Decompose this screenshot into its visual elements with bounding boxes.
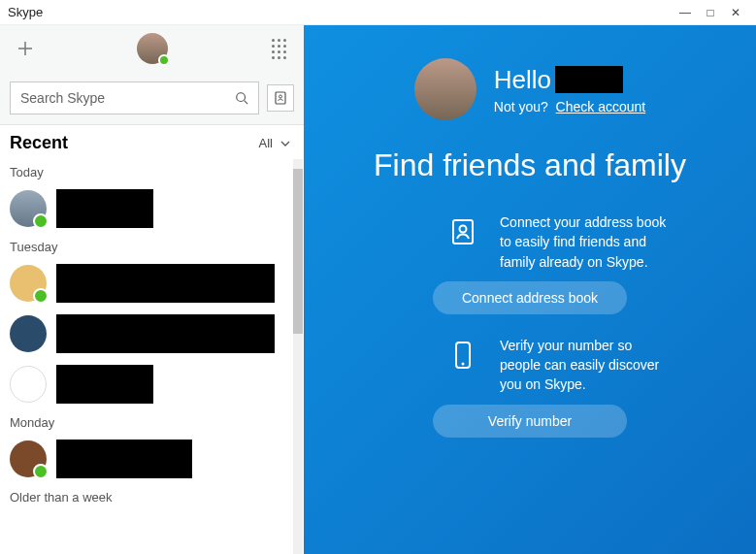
check-account-link[interactable]: Check account xyxy=(556,99,646,114)
step-verify-text: Verify your number so people can easily … xyxy=(500,336,674,395)
redacted-name xyxy=(56,365,153,404)
recent-list: Today Tuesday Monday xyxy=(0,159,304,554)
chevron-down-icon xyxy=(280,139,290,148)
content: Recent All Today Tuesday xyxy=(0,25,756,554)
avatar xyxy=(10,315,47,352)
svg-point-4 xyxy=(460,226,467,233)
greeting: Hello xyxy=(494,65,551,95)
group-older: Older than a week xyxy=(0,484,304,508)
hello-row: Hello Not you? Check account xyxy=(339,58,721,120)
conversation-item[interactable] xyxy=(0,359,304,409)
conversation-item[interactable] xyxy=(0,434,304,484)
avatar xyxy=(10,190,47,227)
search-icon xyxy=(235,91,248,105)
titlebar: Skype — □ ✕ xyxy=(0,0,756,25)
not-you-text: Not you? xyxy=(494,99,548,114)
conversation-item[interactable] xyxy=(0,258,304,309)
redacted-name xyxy=(56,314,275,353)
presence-icon xyxy=(158,54,170,66)
main-panel: Hello Not you? Check account Find friend… xyxy=(304,25,756,554)
headline: Find friends and family xyxy=(339,147,721,183)
search-box[interactable] xyxy=(10,81,259,114)
phone-icon xyxy=(444,336,482,375)
group-tuesday: Tuesday xyxy=(0,234,304,258)
app-name: Skype xyxy=(8,5,43,19)
redacted-username xyxy=(555,66,623,93)
sidebar: Recent All Today Tuesday xyxy=(0,25,304,554)
avatar xyxy=(10,440,47,477)
close-button[interactable]: ✕ xyxy=(723,6,748,19)
avatar xyxy=(10,265,47,302)
step-verify-number: Verify your number so people can easily … xyxy=(339,336,721,395)
new-chat-button[interactable] xyxy=(17,41,33,56)
plus-icon xyxy=(17,41,33,56)
group-today: Today xyxy=(0,159,304,183)
conversation-item[interactable] xyxy=(0,183,304,234)
my-avatar[interactable] xyxy=(137,33,168,64)
avatar xyxy=(10,366,47,403)
contacts-icon xyxy=(273,90,288,106)
redacted-name xyxy=(56,440,192,478)
redacted-name xyxy=(56,189,153,228)
redacted-name xyxy=(56,264,275,303)
svg-point-2 xyxy=(279,95,282,98)
profile-avatar xyxy=(414,58,477,120)
recent-header: Recent All xyxy=(0,125,304,159)
recent-filter-label: All xyxy=(259,136,273,150)
conversation-item[interactable] xyxy=(0,309,304,359)
group-monday: Monday xyxy=(0,409,304,434)
connect-address-book-button[interactable]: Connect address book xyxy=(433,281,627,314)
search-input[interactable] xyxy=(20,90,235,106)
step-address-text: Connect your address book to easily find… xyxy=(500,212,674,272)
recent-filter[interactable]: All xyxy=(259,136,290,150)
dialpad-button[interactable] xyxy=(272,39,286,59)
maximize-button[interactable]: □ xyxy=(698,6,723,19)
contacts-button[interactable] xyxy=(267,84,294,112)
svg-point-6 xyxy=(462,362,465,365)
address-book-icon xyxy=(444,212,482,251)
sidebar-top xyxy=(0,25,304,125)
minimize-button[interactable]: — xyxy=(673,6,698,19)
step-address-book: Connect your address book to easily find… xyxy=(339,212,721,272)
verify-number-button[interactable]: Verify number xyxy=(433,405,627,438)
not-you-row: Not you? Check account xyxy=(494,99,645,114)
scrollbar[interactable] xyxy=(292,159,304,554)
svg-point-0 xyxy=(237,93,246,102)
recent-title: Recent xyxy=(10,133,68,153)
